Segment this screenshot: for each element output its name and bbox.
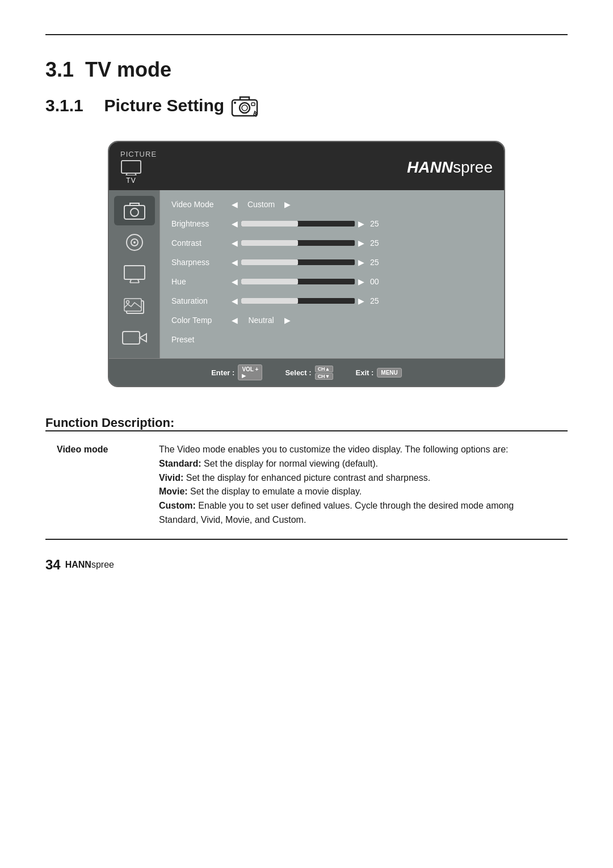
page-number: 34 (45, 557, 61, 573)
sharpness-arrow-left[interactable]: ◀ (232, 258, 238, 267)
svg-point-11 (131, 208, 138, 216)
svg-rect-6 (121, 161, 141, 173)
enter-key: VOL +▶ (238, 364, 262, 380)
exit-key: MENU (377, 368, 401, 378)
menu-row-brightness: Brightness ◀ ▶ 25 (171, 214, 495, 233)
hue-slider[interactable] (241, 279, 355, 284)
sharpness-slider[interactable] (241, 259, 355, 265)
color-temp-label: Color Temp (171, 316, 228, 325)
brightness-arrow-left[interactable]: ◀ (232, 219, 238, 228)
function-description-heading: Function Description: (45, 416, 568, 430)
saturation-value: 25 (370, 296, 379, 305)
svg-rect-15 (124, 266, 145, 279)
select-key-down: CH▼ (315, 373, 333, 380)
page-footer: 34 HANNspree (45, 557, 568, 573)
footer-brand-suffix: spree (91, 560, 114, 569)
brightness-arrow-right[interactable]: ▶ (358, 219, 364, 228)
color-temp-arrow-right[interactable]: ▶ (284, 316, 291, 325)
tv-menu-box: PICTURE TV HANNspree (108, 141, 505, 387)
section-heading: 3.1 TV mode (45, 58, 568, 82)
menu-row-hue: Hue ◀ ▶ 00 (171, 272, 495, 291)
select-label: Select : (285, 368, 311, 377)
contrast-arrow-left[interactable]: ◀ (232, 238, 238, 248)
brightness-slider[interactable] (241, 221, 355, 227)
footer-enter: Enter : VOL +▶ (211, 364, 262, 380)
color-temp-value: Neutral (241, 316, 281, 325)
tv-menu-footer: Enter : VOL +▶ Select : CH▲ CH▼ Exit : M… (109, 358, 504, 386)
logo-suffix: spree (453, 158, 493, 176)
tv-text-label: TV (126, 177, 136, 184)
svg-point-1 (240, 103, 250, 113)
sidebar-icon-picture[interactable] (114, 196, 155, 225)
hue-value: 00 (370, 277, 379, 286)
menu-row-sharpness: Sharpness ◀ ▶ 25 (171, 253, 495, 272)
sidebar-icon-screen[interactable] (114, 259, 155, 289)
footer-select: Select : CH▲ CH▼ (285, 366, 333, 380)
menu-sidebar (109, 190, 160, 358)
subsection-heading: 3.1.1 Picture Setting (45, 93, 568, 118)
brightness-label: Brightness (171, 219, 228, 228)
contrast-label: Contrast (171, 238, 228, 248)
sharpness-arrow-right[interactable]: ▶ (358, 258, 364, 267)
tv-menu-header: PICTURE TV HANNspree (109, 142, 504, 190)
select-keys: CH▲ CH▼ (315, 366, 333, 380)
menu-row-preset: Preset (171, 330, 495, 349)
hannspree-logo: HANNspree (407, 158, 493, 177)
svg-marker-23 (140, 334, 146, 342)
sharpness-value: 25 (370, 258, 379, 267)
desc-content-video-mode: The Video mode enables you to customize … (148, 431, 568, 539)
select-key-up: CH▲ (315, 366, 333, 372)
picture-setting-icon (230, 93, 259, 118)
description-row-video-mode: Video mode The Video mode enables you to… (45, 431, 568, 539)
svg-point-2 (242, 105, 247, 111)
svg-point-14 (133, 241, 136, 244)
sharpness-label: Sharpness (171, 258, 228, 267)
sidebar-icon-video[interactable] (114, 323, 155, 353)
footer-brand: HANNspree (65, 560, 114, 570)
video-mode-arrow-right[interactable]: ▶ (284, 200, 291, 209)
description-table: Video mode The Video mode enables you to… (45, 431, 568, 539)
hue-label: Hue (171, 277, 228, 286)
top-rule (45, 34, 568, 35)
footer-exit: Exit : MENU (356, 368, 402, 378)
menu-row-color-temp: Color Temp ◀ Neutral ▶ (171, 311, 495, 330)
tv-icon-area: TV (120, 160, 142, 184)
saturation-slider[interactable] (241, 298, 355, 304)
sidebar-icon-audio[interactable] (114, 228, 155, 257)
color-temp-arrow-left[interactable]: ◀ (232, 316, 238, 325)
desc-rule-bottom (45, 539, 568, 540)
section-title: TV mode (85, 58, 171, 81)
exit-label: Exit : (356, 368, 374, 377)
logo-prefix: HANN (407, 158, 453, 176)
menu-row-saturation: Saturation ◀ ▶ 25 (171, 291, 495, 311)
section-number: 3.1 (45, 58, 74, 81)
sidebar-icon-photos[interactable] (114, 291, 155, 321)
svg-rect-10 (124, 206, 145, 219)
hue-arrow-right[interactable]: ▶ (358, 277, 364, 286)
subsection-title: Picture Setting (104, 96, 224, 115)
saturation-arrow-left[interactable]: ◀ (232, 296, 238, 305)
saturation-arrow-right[interactable]: ▶ (358, 296, 364, 305)
svg-point-4 (234, 102, 236, 104)
menu-row-contrast: Contrast ◀ ▶ 25 (171, 233, 495, 253)
footer-brand-prefix: HANN (65, 560, 91, 569)
contrast-value: 25 (370, 238, 379, 248)
picture-label: PICTURE (120, 150, 157, 158)
tv-icon (120, 160, 142, 175)
menu-rows: Video Mode ◀ Custom ▶ Brightness ◀ ▶ 25 (160, 190, 504, 358)
video-mode-arrow-left[interactable]: ◀ (232, 200, 238, 209)
hue-arrow-left[interactable]: ◀ (232, 277, 238, 286)
saturation-label: Saturation (171, 296, 228, 305)
contrast-slider[interactable] (241, 240, 355, 246)
header-left: PICTURE TV (120, 150, 157, 184)
enter-label: Enter : (211, 368, 234, 377)
preset-label: Preset (171, 335, 228, 344)
contrast-arrow-right[interactable]: ▶ (358, 238, 364, 248)
video-mode-label: Video Mode (171, 200, 228, 209)
subsection-number: 3.1.1 (45, 96, 83, 115)
svg-rect-22 (123, 332, 140, 344)
desc-term-video-mode: Video mode (45, 431, 148, 539)
menu-row-video-mode: Video Mode ◀ Custom ▶ (171, 195, 495, 214)
svg-rect-3 (251, 103, 255, 106)
tv-menu-body: Video Mode ◀ Custom ▶ Brightness ◀ ▶ 25 (109, 190, 504, 358)
